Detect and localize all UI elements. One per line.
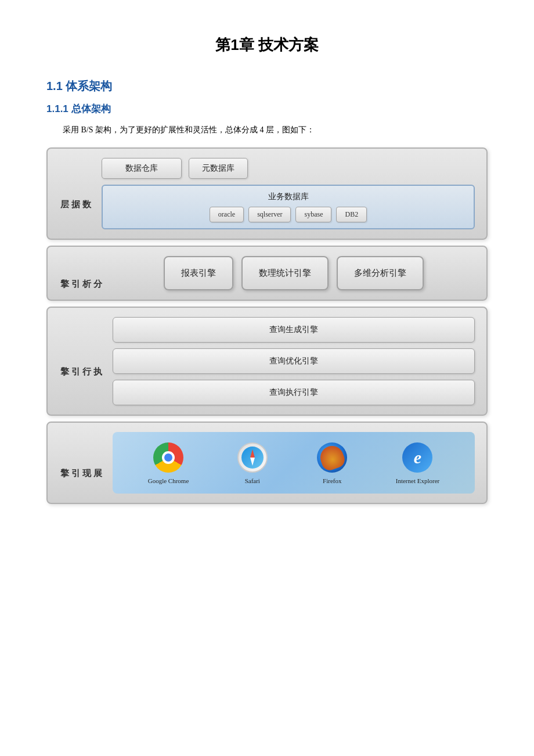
present-content: Google Chrome Safari <box>113 432 475 494</box>
sqlserver-btn: sqlserver <box>248 207 291 222</box>
present-layer-label: 展现引擎 <box>59 462 103 464</box>
exec-layer-panel: 执行引擎 查询生成引擎 查询优化引擎 查询执行引擎 <box>46 307 488 416</box>
analysis-row: 报表引擎 数理统计引擎 多维分析引擎 <box>113 256 475 290</box>
query-opt-btn: 查询优化引擎 <box>113 348 475 374</box>
section-title: 1.1 体系架构 <box>46 78 488 94</box>
data-warehouse-btn: 数据仓库 <box>102 158 182 179</box>
analysis-layer-label: 分析引擎 <box>59 272 103 275</box>
firefox-icon <box>316 441 348 474</box>
ie-icon: e <box>401 441 434 474</box>
safari-browser-item: Safari <box>236 441 269 484</box>
chrome-label: Google Chrome <box>148 477 189 484</box>
safari-icon <box>236 441 269 474</box>
firefox-label: Firefox <box>323 477 341 484</box>
firefox-browser-item: Firefox <box>316 441 348 484</box>
exec-layer-label: 执行引擎 <box>59 360 103 362</box>
subsection-title: 1.1.1 总体架构 <box>46 102 488 116</box>
data-layer-label: 数据层 <box>59 193 92 195</box>
query-exec-btn: 查询执行引擎 <box>113 380 475 405</box>
ie-browser-item: e Internet Explorer <box>396 441 439 484</box>
multidim-engine-btn: 多维分析引擎 <box>337 256 424 290</box>
report-engine-btn: 报表引擎 <box>164 256 233 290</box>
present-layer-panel: 展现引擎 Google Chrome <box>46 422 488 504</box>
data-top-row: 数据仓库 元数据库 <box>102 158 475 179</box>
analysis-layer-content: 报表引擎 数理统计引擎 多维分析引擎 <box>113 256 475 290</box>
architecture-diagram: 数据层 数据仓库 元数据库 业务数据库 oracle sqlserver syb… <box>46 147 488 504</box>
db-items-row: oracle sqlserver sybase DB2 <box>112 207 464 222</box>
stats-engine-btn: 数理统计引擎 <box>241 256 329 290</box>
chrome-browser-item: Google Chrome <box>148 441 189 484</box>
intro-text: 采用 B/S 架构，为了更好的扩展性和灵活性，总体分成 4 层，图如下： <box>46 123 488 137</box>
sybase-btn: sybase <box>295 207 331 222</box>
exec-col: 查询生成引擎 查询优化引擎 查询执行引擎 <box>113 317 475 405</box>
safari-label: Safari <box>245 477 260 484</box>
db2-btn: DB2 <box>336 207 367 222</box>
ie-label: Internet Explorer <box>396 477 439 484</box>
query-gen-btn: 查询生成引擎 <box>113 317 475 343</box>
data-layer-content: 数据仓库 元数据库 业务数据库 oracle sqlserver sybase … <box>102 158 475 229</box>
business-db-title: 业务数据库 <box>112 192 464 202</box>
business-db-box: 业务数据库 oracle sqlserver sybase DB2 <box>102 185 475 229</box>
data-layer-panel: 数据层 数据仓库 元数据库 业务数据库 oracle sqlserver syb… <box>46 147 488 240</box>
page-title: 第1章 技术方案 <box>46 35 488 55</box>
exec-layer-content: 查询生成引擎 查询优化引擎 查询执行引擎 <box>113 317 475 405</box>
chrome-icon <box>152 441 185 474</box>
analysis-layer-panel: 分析引擎 报表引擎 数理统计引擎 多维分析引擎 <box>46 246 488 301</box>
metadata-db-btn: 元数据库 <box>189 158 248 179</box>
oracle-btn: oracle <box>210 207 244 222</box>
